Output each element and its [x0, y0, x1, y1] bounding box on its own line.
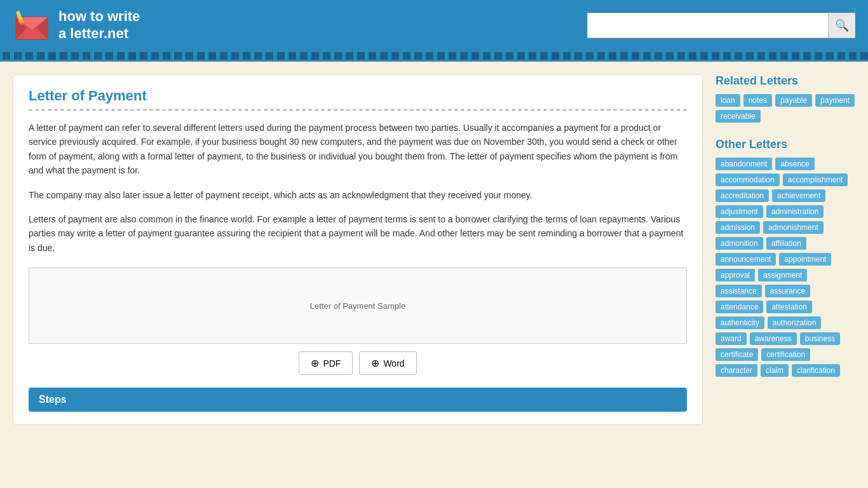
- decorative-dot: [346, 52, 353, 60]
- decorative-dot: [632, 52, 639, 60]
- other-tag[interactable]: assurance: [765, 285, 810, 297]
- related-tag[interactable]: notes: [743, 94, 772, 107]
- decorative-dot: [654, 52, 662, 60]
- other-tag[interactable]: approval: [715, 269, 755, 281]
- decorative-dot: [414, 52, 422, 60]
- decorative-dot: [288, 52, 296, 60]
- other-tag[interactable]: certificate: [715, 348, 758, 361]
- related-tag[interactable]: loan: [715, 94, 740, 107]
- decorative-dot: [552, 52, 559, 60]
- other-tag[interactable]: authorization: [768, 316, 822, 329]
- other-tag[interactable]: claim: [761, 364, 789, 377]
- decorative-dot: [186, 52, 193, 60]
- decorative-dot: [334, 52, 342, 60]
- dot-strip-inner: [3, 52, 865, 60]
- decorative-dot: [471, 52, 479, 60]
- decorative-dot: [597, 52, 605, 60]
- decorative-dot: [586, 52, 593, 60]
- decorative-dot: [506, 52, 513, 60]
- other-tag[interactable]: absence: [775, 158, 814, 170]
- title-divider: [29, 109, 687, 111]
- decorative-dot: [483, 52, 491, 60]
- decorative-dot: [403, 52, 410, 60]
- decorative-dot: [426, 52, 433, 60]
- decorative-dot: [369, 52, 376, 60]
- related-tag-list: loannotespayablepaymentreceivable: [715, 94, 855, 123]
- page-title: Letter of Payment: [29, 88, 687, 104]
- other-tag[interactable]: attendance: [715, 301, 763, 313]
- decorative-dot: [837, 52, 845, 60]
- pdf-label: PDF: [323, 358, 341, 369]
- paragraph-3: Letters of payment are also common in th…: [29, 212, 687, 255]
- other-tag[interactable]: admonishment: [763, 221, 824, 234]
- decorative-dot: [277, 52, 285, 60]
- decorative-dot: [380, 52, 388, 60]
- other-tag[interactable]: announcement: [715, 253, 776, 266]
- other-tag[interactable]: clarification: [792, 364, 840, 377]
- search-area: 🔍: [587, 13, 855, 38]
- decorative-dot: [197, 52, 205, 60]
- other-tag[interactable]: adjustment: [715, 205, 763, 218]
- content-area: Letter of Payment A letter of payment ca…: [13, 74, 703, 425]
- decorative-dot: [3, 52, 10, 60]
- other-tag[interactable]: awareness: [750, 332, 797, 345]
- decorative-dot: [746, 52, 754, 60]
- other-tag[interactable]: attestation: [766, 301, 811, 313]
- decorative-dot: [803, 52, 811, 60]
- other-tag[interactable]: accreditation: [715, 189, 769, 202]
- pdf-download-button[interactable]: ⊕ PDF: [299, 351, 353, 375]
- decorative-dot: [574, 52, 582, 60]
- other-tag[interactable]: admission: [715, 221, 760, 234]
- sample-image-area: Letter of Payment Sample: [29, 268, 687, 344]
- other-tag[interactable]: accomplishment: [783, 173, 848, 186]
- decorative-dot: [735, 52, 742, 60]
- decorative-dot: [826, 52, 834, 60]
- decorative-dot: [860, 52, 868, 60]
- related-tag[interactable]: payable: [775, 94, 812, 107]
- search-icon: 🔍: [835, 18, 849, 32]
- decorative-dot: [220, 52, 227, 60]
- other-tag[interactable]: abandonment: [715, 158, 772, 170]
- download-buttons: ⊕ PDF ⊕ Word: [29, 351, 687, 375]
- word-download-button[interactable]: ⊕ Word: [359, 351, 416, 375]
- other-tag[interactable]: achievement: [772, 189, 825, 202]
- other-tag[interactable]: character: [715, 364, 757, 377]
- sidebar: Related Letters loannotespayablepaymentr…: [715, 74, 855, 425]
- decorative-dot: [620, 52, 628, 60]
- search-input[interactable]: [587, 13, 829, 38]
- decorative-dot: [208, 52, 216, 60]
- decorative-dot: [677, 52, 685, 60]
- decorative-dot: [815, 52, 822, 60]
- other-tag[interactable]: appointment: [779, 253, 831, 266]
- decorative-dot: [231, 52, 239, 60]
- other-tag[interactable]: certification: [761, 348, 810, 361]
- other-tag[interactable]: assignment: [758, 269, 807, 281]
- paragraph-1: A letter of payment can refer to several…: [29, 121, 687, 178]
- steps-section: Steps: [29, 388, 687, 412]
- site-logo-icon: [13, 8, 51, 43]
- other-tag[interactable]: business: [800, 332, 840, 345]
- other-tag[interactable]: administration: [766, 205, 824, 218]
- decorative-dot: [757, 52, 765, 60]
- decorative-dot: [357, 52, 365, 60]
- other-tag[interactable]: award: [715, 332, 747, 345]
- other-tag[interactable]: authenticity: [715, 316, 764, 329]
- decorative-dot: [266, 52, 273, 60]
- decorative-dot: [25, 52, 33, 60]
- decorative-dot: [700, 52, 708, 60]
- decorative-dot: [792, 52, 799, 60]
- decorative-dot: [300, 52, 308, 60]
- related-tag[interactable]: payment: [815, 94, 855, 107]
- decorative-dot: [723, 52, 731, 60]
- related-tag[interactable]: receivable: [715, 110, 761, 123]
- other-tag[interactable]: admonition: [715, 237, 763, 250]
- decorative-dot: [254, 52, 262, 60]
- decorative-dot: [769, 52, 776, 60]
- search-button[interactable]: 🔍: [829, 13, 855, 38]
- other-tag[interactable]: assistance: [715, 285, 762, 297]
- logo-area: how to write a letter.net: [13, 8, 140, 43]
- other-tag[interactable]: affiliation: [766, 237, 806, 250]
- decorative-dot: [48, 52, 56, 60]
- other-tag[interactable]: accommodation: [715, 173, 780, 186]
- decorative-dot: [643, 52, 651, 60]
